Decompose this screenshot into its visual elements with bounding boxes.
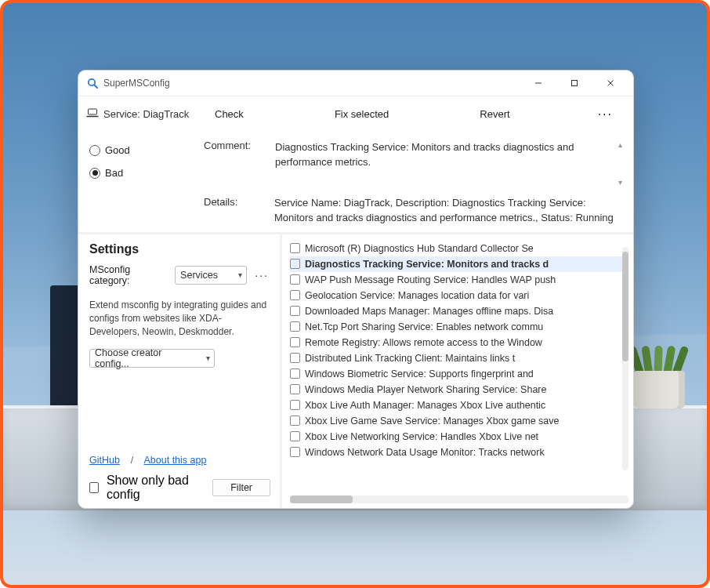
svg-line-1 — [94, 85, 97, 88]
list-item-label: Diagnostics Tracking Service: Monitors a… — [305, 259, 549, 270]
list-item-label: Xbox Live Auth Manager: Manages Xbox Liv… — [305, 400, 545, 411]
about-link[interactable]: About this app — [144, 455, 207, 466]
status-radio-group: Good Bad — [78, 140, 204, 226]
list-item-label: Xbox Live Game Save Service: Manages Xbo… — [305, 416, 559, 426]
scroll-up-icon[interactable]: ▴ — [615, 140, 625, 150]
fix-selected-button[interactable]: Fix selected — [327, 103, 397, 125]
status-good-label: Good — [105, 144, 130, 156]
list-item[interactable]: Microsoft (R) Diagnostics Hub Standard C… — [290, 241, 628, 256]
comment-label: Comment: — [204, 140, 274, 188]
minimize-button[interactable] — [520, 71, 556, 95]
list-item-label: Windows Biometric Service: Supports fing… — [305, 368, 534, 379]
app-icon — [86, 77, 99, 89]
list-item-label: Microsoft (R) Diagnostics Hub Standard C… — [305, 243, 534, 254]
checkbox-icon[interactable] — [290, 259, 300, 269]
window-title: SuperMSConfig — [103, 78, 170, 89]
comment-text: Diagnostics Tracking Service: Monitors a… — [275, 141, 574, 168]
list-item[interactable]: Windows Network Data Usage Monitor: Trac… — [290, 445, 628, 460]
chevron-down-icon: ▾ — [206, 354, 210, 362]
github-link[interactable]: GitHub — [89, 455, 120, 466]
radio-icon — [89, 145, 100, 156]
info-area: Good Bad Comment: Diagnostics Tracking S… — [78, 132, 633, 232]
list-item[interactable]: Xbox Live Networking Service: Handles Xb… — [290, 429, 628, 445]
creator-config-select[interactable]: Choose creator config... ▾ — [89, 349, 215, 368]
details-text: Service Name: DiagTrack, Description: Di… — [274, 196, 625, 226]
radio-icon — [89, 168, 100, 179]
check-button[interactable]: Check — [207, 103, 252, 125]
creator-config-value: Choose creator config... — [95, 347, 198, 369]
chevron-down-icon: ▾ — [238, 270, 242, 279]
checkbox-icon[interactable] — [290, 431, 300, 441]
list-item-label: Downloaded Maps Manager: Manages offline… — [305, 306, 553, 317]
checkbox-icon[interactable] — [290, 353, 300, 363]
checkbox-icon[interactable] — [290, 416, 300, 426]
show-bad-label: Show only bad config — [107, 474, 205, 502]
category-more-button[interactable]: ··· — [253, 269, 270, 281]
more-button[interactable]: ··· — [593, 107, 618, 122]
services-list[interactable]: Microsoft (R) Diagnostics Hub Standard C… — [290, 241, 628, 460]
horizontal-scrollbar[interactable] — [290, 495, 628, 503]
filter-button[interactable]: Filter — [212, 479, 270, 496]
list-item-label: Xbox Live Networking Service: Handles Xb… — [305, 431, 538, 442]
list-item[interactable]: Diagnostics Tracking Service: Monitors a… — [290, 256, 628, 272]
checkbox-icon[interactable] — [290, 447, 300, 457]
list-item-label: Windows Media Player Network Sharing Ser… — [305, 384, 546, 395]
checkbox-icon[interactable] — [290, 243, 300, 253]
category-value: Services — [180, 270, 218, 281]
svg-rect-6 — [89, 109, 97, 114]
toolbar: Service: DiagTrack Check Fix selected Re… — [78, 96, 633, 132]
checkbox-icon[interactable] — [290, 274, 300, 285]
titlebar[interactable]: SuperMSConfig — [78, 71, 633, 96]
list-item-label: Distributed Link Tracking Client: Mainta… — [305, 353, 515, 364]
list-item[interactable]: Xbox Live Game Save Service: Manages Xbo… — [290, 413, 628, 429]
list-item[interactable]: Distributed Link Tracking Client: Mainta… — [290, 350, 628, 366]
maximize-button[interactable] — [556, 71, 592, 95]
list-item-label: Remote Registry: Allows remote access to… — [305, 337, 542, 348]
checkbox-icon[interactable] — [290, 337, 300, 347]
show-bad-checkbox[interactable] — [89, 482, 99, 493]
status-good[interactable]: Good — [89, 144, 204, 156]
app-window: SuperMSConfig Service: DiagTrack Check — [78, 70, 634, 509]
list-item-label: Net.Tcp Port Sharing Service: Enables ne… — [305, 321, 543, 332]
laptop-icon — [86, 108, 99, 120]
list-item[interactable]: Net.Tcp Port Sharing Service: Enables ne… — [290, 319, 628, 335]
list-item-label: Geolocation Service: Manages location da… — [305, 290, 529, 301]
category-select[interactable]: Services ▾ — [175, 266, 247, 285]
close-button[interactable] — [592, 71, 628, 95]
footer-links: GitHub / About this app — [89, 455, 270, 466]
list-item[interactable]: Downloaded Maps Manager: Manages offline… — [290, 303, 628, 319]
checkbox-icon[interactable] — [290, 290, 300, 300]
list-item[interactable]: Remote Registry: Allows remote access to… — [290, 335, 628, 350]
link-separator: / — [131, 455, 133, 466]
list-item-label: WAP Push Message Routing Service: Handle… — [305, 274, 556, 285]
checkbox-icon[interactable] — [290, 368, 300, 379]
horizontal-scrollbar-thumb[interactable] — [290, 495, 353, 503]
checkbox-icon[interactable] — [290, 306, 300, 316]
list-item[interactable]: Xbox Live Auth Manager: Manages Xbox Liv… — [290, 397, 628, 413]
vertical-scrollbar-thumb[interactable] — [622, 252, 628, 361]
status-bad-label: Bad — [105, 167, 123, 179]
status-bad[interactable]: Bad — [89, 167, 204, 179]
comment-textarea[interactable]: Diagnostics Tracking Service: Monitors a… — [274, 140, 625, 188]
checkbox-icon[interactable] — [290, 400, 300, 410]
checkbox-icon[interactable] — [290, 321, 300, 332]
settings-panel: Settings MSconfig category: Services ▾ ·… — [78, 234, 282, 508]
vertical-scrollbar[interactable] — [622, 247, 628, 470]
settings-heading: Settings — [89, 242, 270, 256]
category-label: MSconfig category: — [89, 264, 168, 286]
wallpaper-plant — [626, 318, 693, 408]
list-item[interactable]: Windows Media Player Network Sharing Ser… — [290, 382, 628, 397]
details-label: Details: — [204, 196, 274, 226]
desktop-wallpaper: SuperMSConfig Service: DiagTrack Check — [0, 0, 710, 588]
checkbox-icon[interactable] — [290, 384, 300, 394]
scroll-down-icon[interactable]: ▾ — [615, 178, 625, 187]
revert-button[interactable]: Revert — [472, 103, 517, 125]
selected-service-label: Service: DiagTrack — [103, 108, 189, 120]
list-item[interactable]: WAP Push Message Routing Service: Handle… — [290, 272, 628, 288]
selected-service: Service: DiagTrack — [78, 108, 207, 120]
list-item-label: Windows Network Data Usage Monitor: Trac… — [305, 447, 545, 458]
list-item[interactable]: Windows Biometric Service: Supports fing… — [290, 366, 628, 382]
services-list-panel: Microsoft (R) Diagnostics Hub Standard C… — [282, 234, 633, 508]
list-item[interactable]: Geolocation Service: Manages location da… — [290, 288, 628, 303]
settings-hint: Extend msconfig by integrating guides an… — [89, 299, 270, 339]
